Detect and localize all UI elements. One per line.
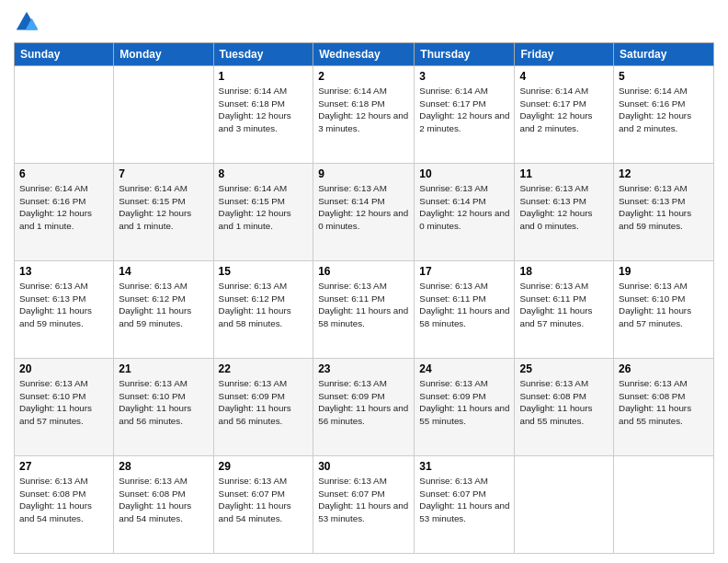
day-number: 14 — [119, 265, 208, 278]
day-header-wednesday: Wednesday — [313, 43, 415, 66]
day-number: 11 — [519, 167, 609, 180]
day-number: 23 — [318, 362, 409, 375]
day-number: 8 — [219, 167, 309, 180]
day-number: 7 — [119, 167, 208, 180]
day-number: 16 — [318, 265, 409, 278]
day-header-saturday: Saturday — [614, 43, 714, 66]
calendar-cell: 25Sunrise: 6:13 AM Sunset: 6:08 PM Dayli… — [515, 359, 614, 456]
day-number: 3 — [419, 70, 509, 83]
calendar-cell: 12Sunrise: 6:13 AM Sunset: 6:13 PM Dayli… — [614, 164, 714, 261]
day-info: Sunrise: 6:13 AM Sunset: 6:07 PM Dayligh… — [219, 475, 309, 525]
logo-icon — [14, 9, 40, 35]
day-number: 10 — [419, 167, 509, 180]
day-number: 6 — [19, 167, 108, 180]
day-info: Sunrise: 6:13 AM Sunset: 6:07 PM Dayligh… — [318, 475, 409, 525]
calendar-cell: 21Sunrise: 6:13 AM Sunset: 6:10 PM Dayli… — [114, 359, 213, 456]
calendar-cell: 24Sunrise: 6:13 AM Sunset: 6:09 PM Dayli… — [415, 359, 515, 456]
day-number: 9 — [318, 167, 409, 180]
day-info: Sunrise: 6:13 AM Sunset: 6:07 PM Dayligh… — [419, 475, 509, 525]
day-info: Sunrise: 6:13 AM Sunset: 6:09 PM Dayligh… — [419, 377, 509, 428]
day-info: Sunrise: 6:13 AM Sunset: 6:09 PM Dayligh… — [219, 377, 309, 428]
day-number: 17 — [419, 265, 509, 278]
day-number: 15 — [219, 265, 309, 278]
calendar-cell: 13Sunrise: 6:13 AM Sunset: 6:13 PM Dayli… — [15, 261, 114, 359]
calendar-cell: 23Sunrise: 6:13 AM Sunset: 6:09 PM Dayli… — [313, 359, 415, 456]
calendar-header-row: SundayMondayTuesdayWednesdayThursdayFrid… — [15, 43, 714, 66]
day-number: 13 — [19, 265, 108, 278]
day-info: Sunrise: 6:13 AM Sunset: 6:08 PM Dayligh… — [19, 475, 108, 525]
calendar-cell: 22Sunrise: 6:13 AM Sunset: 6:09 PM Dayli… — [213, 359, 313, 456]
header — [14, 9, 714, 35]
week-row-2: 6Sunrise: 6:14 AM Sunset: 6:16 PM Daylig… — [15, 164, 714, 261]
day-number: 20 — [19, 362, 108, 375]
day-number: 21 — [119, 362, 208, 375]
day-info: Sunrise: 6:13 AM Sunset: 6:14 PM Dayligh… — [419, 182, 509, 233]
calendar-cell: 16Sunrise: 6:13 AM Sunset: 6:11 PM Dayli… — [313, 261, 415, 359]
calendar-cell: 29Sunrise: 6:13 AM Sunset: 6:07 PM Dayli… — [213, 456, 313, 554]
day-header-sunday: Sunday — [15, 43, 114, 66]
calendar-cell: 9Sunrise: 6:13 AM Sunset: 6:14 PM Daylig… — [313, 164, 415, 261]
calendar-cell: 8Sunrise: 6:14 AM Sunset: 6:15 PM Daylig… — [213, 164, 313, 261]
day-number: 18 — [519, 265, 609, 278]
day-header-friday: Friday — [515, 43, 614, 66]
day-number: 5 — [619, 70, 709, 83]
calendar-cell: 31Sunrise: 6:13 AM Sunset: 6:07 PM Dayli… — [415, 456, 515, 554]
calendar-cell: 27Sunrise: 6:13 AM Sunset: 6:08 PM Dayli… — [15, 456, 114, 554]
day-number: 31 — [419, 460, 509, 473]
calendar-cell — [515, 456, 614, 554]
day-number: 30 — [318, 460, 409, 473]
week-row-1: 1Sunrise: 6:14 AM Sunset: 6:18 PM Daylig… — [15, 66, 714, 164]
day-info: Sunrise: 6:13 AM Sunset: 6:09 PM Dayligh… — [318, 377, 409, 428]
day-number: 22 — [219, 362, 309, 375]
day-info: Sunrise: 6:14 AM Sunset: 6:17 PM Dayligh… — [419, 85, 509, 135]
day-info: Sunrise: 6:13 AM Sunset: 6:08 PM Dayligh… — [119, 475, 208, 525]
calendar-cell: 11Sunrise: 6:13 AM Sunset: 6:13 PM Dayli… — [515, 164, 614, 261]
calendar-cell: 10Sunrise: 6:13 AM Sunset: 6:14 PM Dayli… — [415, 164, 515, 261]
day-number: 29 — [219, 460, 309, 473]
day-header-thursday: Thursday — [415, 43, 515, 66]
calendar-cell — [114, 66, 213, 164]
calendar-cell: 15Sunrise: 6:13 AM Sunset: 6:12 PM Dayli… — [213, 261, 313, 359]
day-info: Sunrise: 6:14 AM Sunset: 6:15 PM Dayligh… — [219, 182, 309, 233]
calendar-cell — [614, 456, 714, 554]
day-number: 19 — [619, 265, 709, 278]
day-info: Sunrise: 6:13 AM Sunset: 6:11 PM Dayligh… — [318, 280, 409, 330]
calendar: SundayMondayTuesdayWednesdayThursdayFrid… — [14, 42, 714, 554]
calendar-cell: 3Sunrise: 6:14 AM Sunset: 6:17 PM Daylig… — [415, 66, 515, 164]
day-number: 2 — [318, 70, 409, 83]
week-row-5: 27Sunrise: 6:13 AM Sunset: 6:08 PM Dayli… — [15, 456, 714, 554]
day-info: Sunrise: 6:13 AM Sunset: 6:12 PM Dayligh… — [219, 280, 309, 330]
day-info: Sunrise: 6:14 AM Sunset: 6:18 PM Dayligh… — [318, 85, 409, 135]
logo — [14, 9, 43, 35]
calendar-cell: 17Sunrise: 6:13 AM Sunset: 6:11 PM Dayli… — [415, 261, 515, 359]
day-info: Sunrise: 6:13 AM Sunset: 6:10 PM Dayligh… — [19, 377, 108, 428]
day-info: Sunrise: 6:14 AM Sunset: 6:15 PM Dayligh… — [119, 182, 208, 233]
calendar-cell: 28Sunrise: 6:13 AM Sunset: 6:08 PM Dayli… — [114, 456, 213, 554]
day-info: Sunrise: 6:13 AM Sunset: 6:12 PM Dayligh… — [119, 280, 208, 330]
day-info: Sunrise: 6:13 AM Sunset: 6:08 PM Dayligh… — [619, 377, 709, 428]
page: SundayMondayTuesdayWednesdayThursdayFrid… — [0, 0, 728, 563]
day-info: Sunrise: 6:13 AM Sunset: 6:08 PM Dayligh… — [519, 377, 609, 428]
calendar-cell: 18Sunrise: 6:13 AM Sunset: 6:11 PM Dayli… — [515, 261, 614, 359]
week-row-4: 20Sunrise: 6:13 AM Sunset: 6:10 PM Dayli… — [15, 359, 714, 456]
day-info: Sunrise: 6:13 AM Sunset: 6:11 PM Dayligh… — [519, 280, 609, 330]
day-info: Sunrise: 6:13 AM Sunset: 6:10 PM Dayligh… — [119, 377, 208, 428]
calendar-cell: 6Sunrise: 6:14 AM Sunset: 6:16 PM Daylig… — [15, 164, 114, 261]
day-info: Sunrise: 6:13 AM Sunset: 6:13 PM Dayligh… — [519, 182, 609, 233]
calendar-cell: 2Sunrise: 6:14 AM Sunset: 6:18 PM Daylig… — [313, 66, 415, 164]
day-info: Sunrise: 6:13 AM Sunset: 6:11 PM Dayligh… — [419, 280, 509, 330]
day-number: 27 — [19, 460, 108, 473]
calendar-cell: 1Sunrise: 6:14 AM Sunset: 6:18 PM Daylig… — [213, 66, 313, 164]
day-info: Sunrise: 6:14 AM Sunset: 6:18 PM Dayligh… — [219, 85, 309, 135]
day-info: Sunrise: 6:13 AM Sunset: 6:10 PM Dayligh… — [619, 280, 709, 330]
day-info: Sunrise: 6:14 AM Sunset: 6:17 PM Dayligh… — [519, 85, 609, 135]
day-header-tuesday: Tuesday — [213, 43, 313, 66]
day-info: Sunrise: 6:13 AM Sunset: 6:13 PM Dayligh… — [619, 182, 709, 233]
calendar-cell: 20Sunrise: 6:13 AM Sunset: 6:10 PM Dayli… — [15, 359, 114, 456]
day-number: 28 — [119, 460, 208, 473]
day-number: 1 — [219, 70, 309, 83]
calendar-cell — [15, 66, 114, 164]
calendar-cell: 14Sunrise: 6:13 AM Sunset: 6:12 PM Dayli… — [114, 261, 213, 359]
day-info: Sunrise: 6:14 AM Sunset: 6:16 PM Dayligh… — [19, 182, 108, 233]
day-number: 24 — [419, 362, 509, 375]
